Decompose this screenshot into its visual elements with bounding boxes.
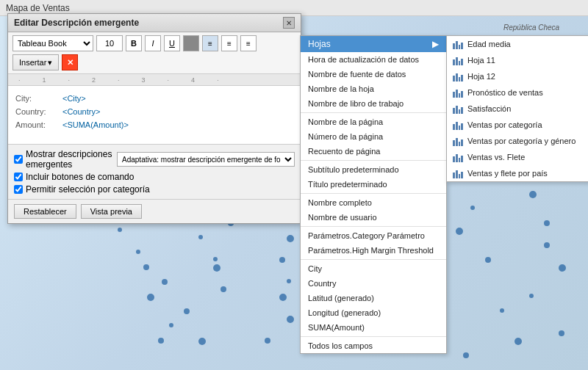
dialog-close-button[interactable]: ✕ [283, 17, 295, 29]
map-label-czech: República Checa [503, 23, 559, 32]
editor-line-country: Country: <Country> [15, 105, 293, 118]
checkbox-row-selection: Permitir selección por categoría [14, 184, 295, 195]
align-left-button[interactable]: ≡ [202, 35, 218, 51]
submenu-item-label: Hoja 11 [467, 56, 495, 65]
country-label: Country: [15, 105, 60, 118]
align-center-button[interactable]: ≡ [221, 35, 237, 51]
map-dot [529, 294, 534, 298]
dropdown-item[interactable]: Título predeterminado [301, 177, 446, 192]
map-dot [559, 264, 566, 272]
map-dot [265, 338, 270, 344]
map-dot [136, 250, 140, 254]
city-field: <City> [62, 92, 86, 105]
bottom-buttons: Restablecer Vista previa [8, 200, 301, 223]
map-dot [529, 191, 537, 198]
submenu-item[interactable]: Ventas vs. Flete [447, 149, 588, 165]
dropdown-item[interactable]: Longitud (generado) [301, 305, 446, 320]
dropdown-item[interactable]: Subtítulo predeterminado [301, 162, 446, 177]
editor-line-city: City: <City> [15, 92, 293, 105]
submenu-item[interactable]: Ventas por categoría [447, 117, 588, 133]
submenu-item-label: Pronóstico de ventas [467, 88, 543, 97]
submenu-item[interactable]: Ventas y flete por país [447, 165, 588, 181]
reset-button[interactable]: Restablecer [14, 204, 76, 219]
dropdown-item[interactable]: Hora de actualización de datos [301, 52, 446, 67]
submenu-item-label: Ventas por categoría [467, 120, 542, 129]
map-dot [198, 235, 203, 239]
submenu-item[interactable]: Satisfacción [447, 101, 588, 117]
map-dot [220, 286, 226, 292]
map-dot [456, 228, 463, 235]
checkbox-row-tooltips: Mostrar descripciones emergentes Adaptat… [14, 149, 295, 170]
submenu-item[interactable]: Pronóstico de ventas [447, 84, 588, 101]
color-button[interactable] [183, 35, 199, 51]
chart-icon [453, 55, 463, 65]
submenu-item[interactable]: Ventas por categoría y género [447, 133, 588, 149]
dropdown-item[interactable]: Recuento de página [301, 144, 446, 159]
include-commands-checkbox[interactable] [14, 173, 23, 181]
map-title: Mapa de Ventas [6, 3, 70, 13]
submenu-item-label: Hoja 12 [467, 72, 495, 81]
show-tooltips-checkbox[interactable] [14, 155, 23, 164]
dropdown-item[interactable]: Todos los campos [301, 338, 446, 353]
dropdown-item[interactable]: Nombre de la página [301, 115, 446, 129]
dropdown-item[interactable]: Parámetros.High Margin Threshold [301, 243, 446, 258]
dropdown-item[interactable]: Nombre de libro de trabajo [301, 96, 446, 111]
submenu-item[interactable]: Hoja 11 [447, 52, 588, 68]
dropdown-item[interactable]: Nombre de usuario [301, 210, 446, 225]
dropdown-header: Hojas ▶ [301, 36, 446, 52]
map-dot [463, 352, 469, 358]
insert-button[interactable]: Insertar ▾ [12, 54, 59, 70]
insert-dropdown-menu: Hojas ▶ Hora de actualización de datosNo… [300, 35, 447, 354]
clear-button[interactable]: ✕ [62, 54, 78, 70]
submenu-item-label: Satisfacción [467, 104, 511, 113]
dropdown-separator [301, 160, 446, 161]
dropdown-item[interactable]: City [301, 261, 446, 276]
include-commands-label: Incluir botones de comando [26, 172, 134, 182]
font-select[interactable]: Tableau Book [12, 35, 93, 51]
dropdown-separator [301, 259, 446, 260]
map-dot [213, 264, 220, 272]
amount-field: <SUMA(Amount)> [62, 118, 129, 131]
toolbar: Tableau Book B I U ≡ ≡ ≡ Insertar ▾ ✕ [8, 32, 301, 74]
dropdown-item[interactable]: SUMA(Amount) [301, 320, 446, 335]
bold-button[interactable]: B [126, 35, 142, 51]
preview-button[interactable]: Vista previa [81, 204, 142, 219]
map-dot [514, 338, 522, 345]
dropdown-item[interactable]: Nombre completo [301, 195, 446, 210]
map-dot [544, 220, 550, 226]
map-dot [485, 257, 491, 263]
checkboxes-section: Mostrar descripciones emergentes Adaptat… [8, 145, 301, 200]
adaptive-select[interactable]: Adaptativa: mostrar descripción emergent… [117, 152, 295, 167]
dropdown-item[interactable]: Nombre de la hoja [301, 81, 446, 96]
font-size-input[interactable] [96, 35, 123, 51]
map-dot [184, 308, 190, 314]
submenu-item-label: Edad media [467, 40, 511, 48]
submenu-item[interactable]: Hoja 12 [447, 68, 588, 84]
map-dot [143, 264, 149, 270]
allow-selection-checkbox[interactable] [14, 185, 23, 194]
submenu-item[interactable]: Edad media [447, 36, 588, 52]
submenu-items-container: Edad mediaHoja 11Hoja 12Pronóstico de ve… [447, 36, 588, 181]
dialog-titlebar: Editar Descripción emergente ✕ [8, 14, 301, 32]
editor-area[interactable]: City: <City> Country: <Country> Amount: … [8, 86, 301, 145]
edit-dialog: Editar Descripción emergente ✕ Tableau B… [7, 13, 301, 224]
underline-button[interactable]: U [164, 35, 180, 51]
chart-icon [453, 39, 463, 49]
ruler: · 1 · 2 · 3 · 4 · [8, 74, 301, 86]
dropdown-item[interactable]: Country [301, 276, 446, 291]
map-dot [470, 206, 475, 210]
map-dot [162, 279, 168, 285]
chart-icon [453, 87, 463, 98]
dropdown-item[interactable]: Parámetros.Category Parámetro [301, 228, 446, 243]
submenu-item-label: Ventas y flete por país [467, 169, 548, 178]
dropdown-item[interactable]: Número de la página [301, 129, 446, 144]
dropdown-separator [301, 112, 446, 113]
submenu-arrow: ▶ [432, 39, 439, 49]
map-dot [147, 294, 154, 301]
chart-icon [453, 152, 463, 162]
dropdown-item[interactable]: Latitud (generado) [301, 291, 446, 305]
align-right-button[interactable]: ≡ [240, 35, 257, 51]
italic-button[interactable]: I [145, 35, 161, 51]
chart-icon [453, 136, 463, 146]
dropdown-item[interactable]: Nombre de fuente de datos [301, 67, 446, 81]
